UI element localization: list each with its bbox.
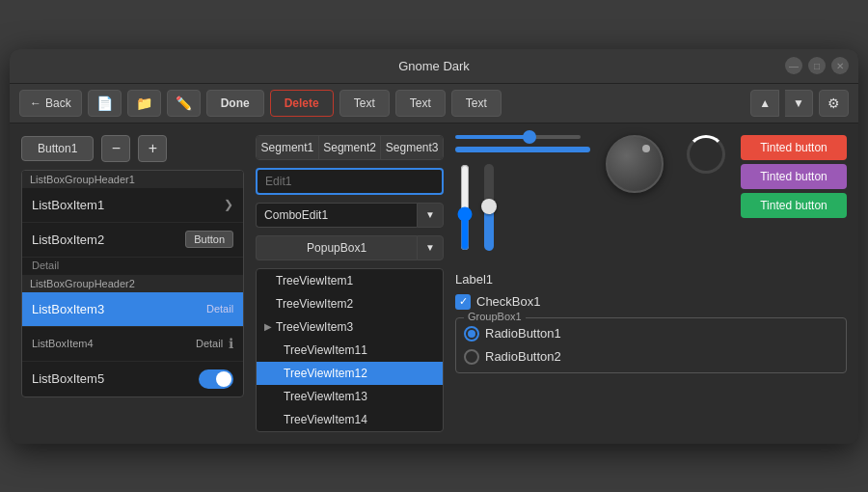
combo-arrow-button[interactable]: ▼ — [417, 203, 444, 228]
slider-group — [455, 135, 590, 260]
list-item[interactable]: ListBoxItem5 — [22, 362, 243, 396]
tree-item[interactable]: TreeViewItem2 — [257, 292, 443, 315]
toggle-switch[interactable] — [199, 369, 233, 389]
checkbox1-row[interactable]: ✓ CheckBox1 — [455, 294, 847, 310]
spinner-container — [679, 135, 733, 174]
button1[interactable]: Button1 — [21, 136, 94, 161]
radio1-indicator — [468, 330, 475, 338]
window-title: Gnome Dark — [398, 59, 470, 73]
tree-item[interactable]: TreeViewItem12 — [257, 362, 443, 385]
segment3-button[interactable]: Segment3 — [381, 136, 443, 159]
popupbox1-label: PopupBox1 — [256, 235, 417, 260]
listbox: ListBoxGroupHeader1 ListBoxItem1 ❯ ListB… — [21, 170, 244, 397]
hslider2 — [455, 147, 590, 152]
tree-item[interactable]: ▶ TreeViewItem3 — [257, 315, 443, 339]
listbox-group-header1: ListBoxGroupHeader1 — [22, 171, 243, 188]
radio1-row[interactable]: RadioButton1 — [464, 326, 838, 342]
tinted-button-red[interactable]: Tinted button — [741, 135, 847, 160]
label1: Label1 — [455, 272, 493, 287]
toolbar: ← Back 📄 📁 ✏️ Done Delete Text Text Text… — [10, 84, 858, 123]
knob[interactable] — [606, 135, 664, 193]
treeview-item-label: TreeViewItem1 — [276, 274, 353, 287]
radio2-row[interactable]: RadioButton2 — [464, 349, 838, 365]
groupbox1-label: GroupBox1 — [464, 311, 526, 322]
vslider1-container — [455, 164, 475, 251]
segment1-button[interactable]: Segment1 — [257, 136, 319, 159]
text3-button[interactable]: Text — [451, 90, 502, 117]
settings-gear-button[interactable]: ⚙ — [819, 90, 849, 117]
done-button[interactable]: Done — [206, 90, 264, 117]
up-arrow-button[interactable]: ▲ — [750, 90, 779, 117]
right-top-row: Tinted button Tinted button Tinted butto… — [455, 135, 847, 260]
segment-control: Segment1 Segment2 Segment3 — [256, 135, 444, 160]
list-item[interactable]: ListBoxItem3 Detail — [22, 292, 243, 327]
radio2[interactable] — [464, 349, 479, 365]
vsliders-area — [455, 164, 590, 260]
edit1-input[interactable] — [256, 168, 444, 195]
back-arrow-icon: ← — [30, 96, 41, 110]
tree-expand-icon: ▶ — [264, 321, 272, 332]
item-button[interactable]: Button — [185, 231, 233, 248]
down-arrow-button[interactable]: ▼ — [785, 90, 813, 117]
tree-item[interactable]: TreeViewItem13 — [257, 385, 443, 408]
hslider1-container — [455, 135, 590, 139]
info-icon: ℹ — [229, 336, 233, 351]
close-button[interactable]: ✕ — [831, 57, 849, 74]
comboedit1-input[interactable] — [256, 203, 417, 228]
tinted-buttons-group: Tinted button Tinted button Tinted butto… — [741, 135, 847, 218]
middle-panel: Segment1 Segment2 Segment3 ▼ PopupBox1 ▼… — [256, 135, 444, 432]
tree-item[interactable]: TreeViewItem1 — [257, 269, 443, 292]
minus-button[interactable]: − — [101, 135, 130, 162]
label1-row: Label1 — [455, 272, 847, 287]
minimize-button[interactable]: — — [785, 57, 802, 74]
knob-indicator — [642, 145, 650, 152]
maximize-button[interactable]: □ — [808, 57, 826, 74]
top-left-row: Button1 − + — [21, 135, 244, 162]
document-icon-button[interactable]: 📄 — [88, 90, 122, 117]
content-area: Button1 − + ListBoxGroupHeader1 ListBoxI… — [10, 123, 858, 444]
tinted-button-purple[interactable]: Tinted button — [741, 164, 847, 189]
main-window: Gnome Dark — □ ✕ ← Back 📄 📁 ✏️ Done Dele… — [10, 49, 858, 444]
treeview-item-label: TreeViewItem11 — [284, 343, 367, 357]
left-panel: Button1 − + ListBoxGroupHeader1 ListBoxI… — [21, 135, 244, 432]
tinted-button-green[interactable]: Tinted button — [741, 193, 847, 218]
tree-item[interactable]: TreeViewItem14 — [257, 408, 443, 431]
title-bar: Gnome Dark — □ ✕ — [10, 49, 858, 84]
segment2-button[interactable]: Segment2 — [319, 136, 382, 159]
treeview-item-label: TreeViewItem3 — [276, 320, 353, 334]
chevron-right-icon: ❯ — [224, 198, 233, 211]
radio1[interactable] — [464, 326, 479, 342]
item-detail-row: Detail — [22, 258, 243, 275]
plus-button[interactable]: + — [138, 135, 167, 162]
tree-item[interactable]: TreeViewItem11 — [257, 339, 443, 362]
right-panel: Tinted button Tinted button Tinted butto… — [455, 135, 847, 432]
knob-container — [598, 135, 671, 193]
window-controls: — □ ✕ — [785, 57, 849, 74]
vslider2-thumb — [481, 199, 497, 214]
vslider1[interactable] — [455, 164, 475, 251]
popupbox1-arrow[interactable]: ▼ — [417, 235, 444, 260]
treeview-item-label: TreeViewItem14 — [284, 413, 367, 426]
edit-icon-button[interactable]: ✏️ — [167, 90, 201, 117]
treeview-item-label: TreeViewItem2 — [276, 297, 353, 311]
treeview-item-label: TreeViewItem12 — [284, 367, 367, 380]
back-button[interactable]: ← Back — [19, 90, 82, 117]
groupbox1: GroupBox1 RadioButton1 RadioButton2 — [455, 317, 847, 373]
activity-spinner — [687, 135, 725, 174]
popupbox1-row: PopupBox1 ▼ — [256, 235, 444, 260]
listbox-group-header2: ListBoxGroupHeader2 — [22, 275, 243, 292]
text2-button[interactable]: Text — [395, 90, 446, 117]
comboedit1-row: ▼ — [256, 203, 444, 228]
delete-button[interactable]: Delete — [270, 90, 334, 117]
list-item[interactable]: ListBoxItem2 Button — [22, 223, 243, 258]
checkbox1[interactable]: ✓ — [455, 294, 471, 310]
treeview-item-label: TreeViewItem13 — [284, 390, 367, 403]
text1-button[interactable]: Text — [339, 90, 390, 117]
list-item[interactable]: ListBoxItem1 ❯ — [22, 188, 243, 223]
vslider2 — [484, 164, 494, 251]
treeview: TreeViewItem1 TreeViewItem2 ▶ TreeViewIt… — [256, 268, 444, 432]
folder-icon-button[interactable]: 📁 — [127, 90, 161, 117]
hslider1[interactable] — [455, 135, 581, 139]
list-item[interactable]: ListBoxItem4 Detail ℹ — [22, 327, 243, 362]
